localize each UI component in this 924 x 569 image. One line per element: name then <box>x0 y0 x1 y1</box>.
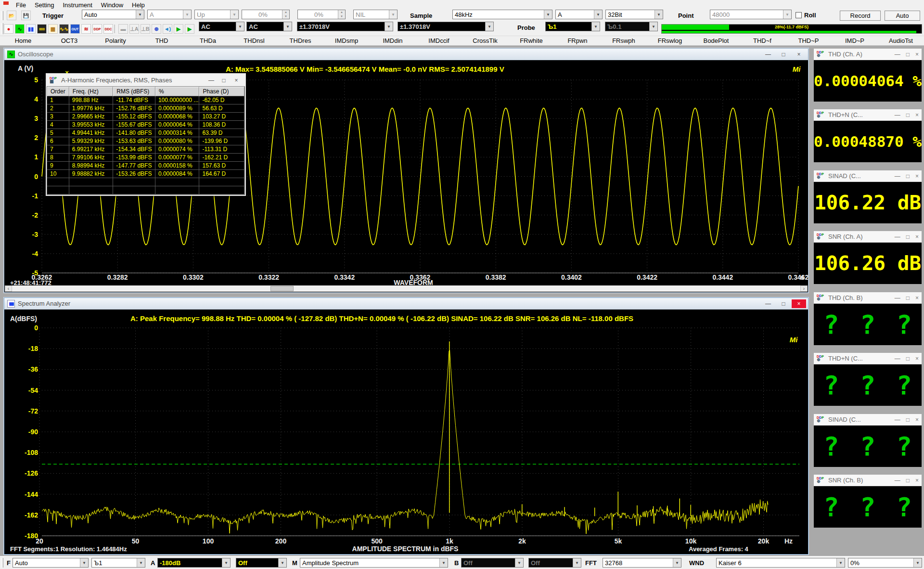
chevron-down-icon[interactable]: ▼ <box>544 10 552 19</box>
trigger-delay-spinner[interactable]: 0%▲▼ <box>297 10 346 19</box>
tab-home[interactable]: Home <box>0 36 46 45</box>
menu-instrument[interactable]: Instrument <box>58 1 96 9</box>
open-folder-icon[interactable]: 📂 <box>7 11 16 20</box>
close-button[interactable]: × <box>915 173 919 180</box>
chevron-down-icon[interactable]: ▼ <box>278 558 286 567</box>
maximize-button[interactable]: □ <box>906 233 910 240</box>
play-a-icon[interactable]: ▶ <box>174 24 183 34</box>
oscilloscope-titlebar[interactable]: ∿ Oscilloscope — □ × <box>4 49 808 60</box>
range-b-select[interactable]: ±1.37018V▼ <box>398 22 494 31</box>
tab-bodeplot[interactable]: BodePlot <box>693 36 739 45</box>
chevron-down-icon[interactable]: ▼ <box>485 22 493 31</box>
close-button[interactable]: × <box>915 295 919 301</box>
tab-thd[interactable]: THD <box>139 36 185 45</box>
hold-icon[interactable]: ▬ <box>118 24 128 34</box>
spinner-arrows[interactable]: ▲▼ <box>338 10 345 19</box>
maximize-button[interactable]: □ <box>776 299 791 308</box>
tab-polarity[interactable]: Polarity <box>92 36 139 45</box>
range-a-select[interactable]: ±1.37018V▼ <box>297 22 393 31</box>
chevron-down-icon[interactable]: ▼ <box>515 558 523 567</box>
trigger-nil-select[interactable]: NIL▼ <box>353 10 398 19</box>
tab-thd~f[interactable]: THD~f <box>739 36 785 45</box>
spectrum-analyzer-icon[interactable]: ▮▮ <box>26 24 36 34</box>
close-button[interactable]: × <box>231 76 242 85</box>
close-button[interactable]: × <box>792 299 806 308</box>
tab-oct3[interactable]: OCT3 <box>46 36 92 45</box>
maximize-button[interactable]: □ <box>906 112 910 118</box>
record-button[interactable]: Record <box>840 11 881 21</box>
range-b-floor-select[interactable]: Off▼ <box>461 558 524 568</box>
maximize-button[interactable]: □ <box>906 355 910 362</box>
fft-size-select[interactable]: 32768▼ <box>603 558 681 568</box>
spectrum-titlebar[interactable]: ▮▮▮ Spectrum Analyzer — □ × <box>4 298 808 310</box>
record-icon[interactable]: ● <box>4 24 13 34</box>
menu-window[interactable]: Window <box>97 1 128 9</box>
close-button[interactable]: × <box>915 416 919 423</box>
range-floor-select[interactable]: -180dB▼ <box>157 558 231 568</box>
scroll-left-arrow[interactable]: ‹ <box>5 285 12 292</box>
chevron-down-icon[interactable]: ▼ <box>594 10 602 19</box>
minimize-button[interactable]: — <box>895 295 900 301</box>
meter-titlebar[interactable]: DDP⊕THD (Ch. A)—□× <box>814 49 922 60</box>
toolbar-gripper[interactable] <box>1 23 3 34</box>
chevron-down-icon[interactable]: ▼ <box>654 10 663 19</box>
chevron-down-icon[interactable]: ▼ <box>439 558 448 567</box>
spinner-arrows[interactable]: ▲▼ <box>282 10 289 19</box>
auto-button[interactable]: Auto <box>885 11 920 21</box>
tab-frswlog[interactable]: FRswlog <box>647 36 693 45</box>
oscilloscope-scrollbar[interactable]: ‹ › <box>5 285 808 292</box>
close-button[interactable]: × <box>915 477 919 484</box>
channel-select[interactable]: A▼ <box>555 10 603 19</box>
minimize-button[interactable]: — <box>895 416 900 423</box>
coupling-a-select[interactable]: AC▼ <box>199 22 244 31</box>
close-button[interactable]: × <box>915 355 919 362</box>
maximize-button[interactable]: □ <box>776 50 791 59</box>
ddc-icon[interactable]: DDC <box>103 24 113 34</box>
maximize-button[interactable]: □ <box>906 477 910 484</box>
point-count-select[interactable]: 48000▼ <box>710 10 792 19</box>
maximize-button[interactable]: □ <box>906 295 910 301</box>
roll-checkbox[interactable]: Roll <box>796 12 816 19</box>
overlap-select[interactable]: 0%▼ <box>848 558 922 568</box>
data-logger-icon[interactable]: ▦ <box>48 24 58 34</box>
overlay-a-select[interactable]: Off▼ <box>236 558 287 568</box>
chevron-down-icon[interactable]: ▼ <box>137 558 145 567</box>
tab-imdccif[interactable]: IMDccif <box>416 36 462 45</box>
meter-titlebar[interactable]: DDP⊕SINAD (C...—□× <box>814 414 922 426</box>
toolbar-gripper[interactable] <box>1 11 3 20</box>
meter-titlebar[interactable]: DDP⊕SINAD (C...—□× <box>814 170 922 182</box>
chevron-down-icon[interactable]: ▼ <box>673 558 681 567</box>
tab-imd~p[interactable]: IMD~P <box>832 36 878 45</box>
bit-depth-select[interactable]: 32Bit▼ <box>605 10 663 19</box>
tab-thdres[interactable]: THDres <box>277 36 323 45</box>
trigger-a-icon[interactable]: ⊥A <box>129 24 139 34</box>
minimize-button[interactable]: — <box>895 233 900 240</box>
chevron-down-icon[interactable]: ▼ <box>222 558 230 567</box>
trigger-level-spinner[interactable]: 0%▲▼ <box>242 10 290 19</box>
meter-titlebar[interactable]: DDP⊕SNR (Ch. B)—□× <box>814 475 922 486</box>
chevron-down-icon[interactable]: ▼ <box>783 10 791 19</box>
checkbox-box[interactable] <box>796 12 802 18</box>
tab-frpwn[interactable]: FRpwn <box>554 36 601 45</box>
coupling-b-select[interactable]: AC▼ <box>246 22 292 31</box>
meter-titlebar[interactable]: DDP⊕THD+N (C...—□× <box>814 109 922 121</box>
tab-frswph[interactable]: FRswph <box>601 36 647 45</box>
chevron-down-icon[interactable]: ▼ <box>183 10 191 19</box>
minimize-button[interactable]: — <box>761 50 775 59</box>
trigger-mode-select[interactable]: Auto▼ <box>82 10 144 19</box>
minimize-button[interactable]: — <box>895 173 900 180</box>
chevron-down-icon[interactable]: ▼ <box>136 10 144 19</box>
play-b-icon[interactable]: ▶ <box>185 24 194 34</box>
menu-help[interactable]: Help <box>128 1 149 9</box>
signal-generator-icon[interactable]: ∿∿ <box>59 24 69 34</box>
tab-imddin[interactable]: IMDdin <box>370 36 416 45</box>
chevron-down-icon[interactable]: ▼ <box>80 558 88 567</box>
tab-audiotst[interactable]: AudioTst <box>878 36 924 45</box>
chevron-down-icon[interactable]: ▼ <box>230 10 238 19</box>
output-icon[interactable]: OUT <box>70 24 80 34</box>
minimize-button[interactable]: — <box>761 299 775 308</box>
chevron-down-icon[interactable]: ▼ <box>591 22 600 31</box>
meter-titlebar[interactable]: DDP⊕SNR (Ch. A)—□× <box>814 231 922 243</box>
close-button[interactable]: × <box>915 233 919 240</box>
zoom-icon[interactable]: ⊕ <box>152 24 161 34</box>
